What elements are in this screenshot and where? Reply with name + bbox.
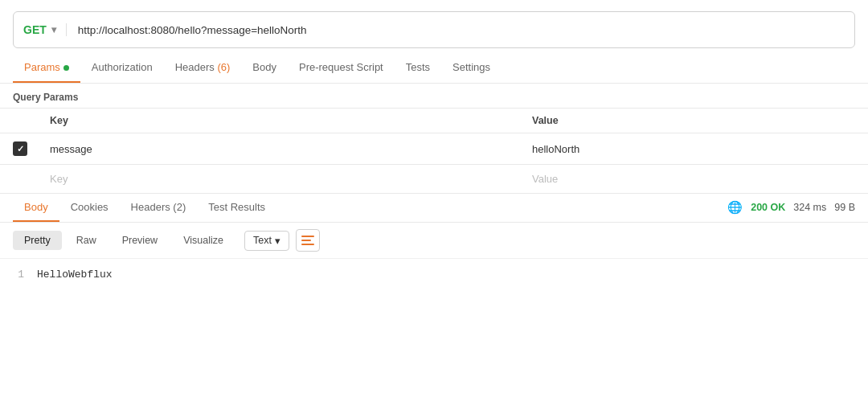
row-checkbox-cell[interactable] [0, 133, 40, 165]
tab-authorization[interactable]: Authorization [80, 53, 164, 83]
format-pretty[interactable]: Pretty [13, 231, 62, 250]
row-value[interactable]: helloNorth [522, 133, 868, 165]
method-chevron: ▾ [51, 24, 56, 35]
format-visualize[interactable]: Visualize [172, 231, 235, 250]
line-number: 1 [13, 268, 24, 281]
status-bar: 🌐 200 OK 324 ms 99 B [727, 200, 855, 216]
wrap-line-1 [301, 236, 314, 237]
table-row-empty: Key Value [0, 165, 868, 194]
tab-response-body[interactable]: Body [13, 194, 59, 222]
url-bar: GET ▾ [13, 11, 855, 48]
wrap-lines-icon [301, 236, 314, 245]
word-wrap-button[interactable] [296, 229, 320, 252]
col-check-header [0, 109, 40, 133]
checkbox-checked[interactable] [13, 141, 27, 156]
body-toolbar: Pretty Raw Preview Visualize Text ▾ [0, 223, 868, 259]
code-line: 1 HelloWebflux [13, 268, 855, 281]
format-raw[interactable]: Raw [65, 231, 108, 250]
row-key[interactable]: message [40, 133, 522, 165]
globe-icon: 🌐 [727, 200, 743, 215]
empty-value-cell[interactable]: Value [522, 165, 868, 194]
response-tabs: Body Cookies Headers (2) Test Results 🌐 … [0, 194, 868, 223]
tab-settings[interactable]: Settings [441, 53, 502, 83]
col-key-header: Key [40, 109, 522, 133]
table-row: message helloNorth [0, 133, 868, 165]
tab-cookies[interactable]: Cookies [59, 194, 120, 222]
response-time: 324 ms [793, 202, 826, 213]
type-dropdown-chevron: ▾ [275, 235, 280, 247]
value-placeholder: Value [532, 173, 558, 185]
tab-response-headers[interactable]: Headers (2) [120, 194, 198, 222]
headers-badge: (6) [217, 61, 230, 73]
tab-headers[interactable]: Headers (6) [164, 53, 242, 83]
tab-test-results[interactable]: Test Results [197, 194, 276, 222]
tab-params[interactable]: Params [13, 53, 80, 83]
empty-checkbox-cell [0, 165, 40, 194]
response-size: 99 B [834, 202, 855, 213]
wrap-line-2 [301, 240, 311, 241]
type-dropdown-label: Text [253, 235, 272, 246]
response-body: 1 HelloWebflux [0, 259, 868, 290]
tab-pre-request[interactable]: Pre-request Script [288, 53, 395, 83]
type-dropdown[interactable]: Text ▾ [244, 231, 289, 251]
col-value-header: Value [522, 109, 868, 133]
method-label: GET [23, 23, 47, 36]
request-tabs: Params Authorization Headers (6) Body Pr… [0, 53, 868, 84]
url-input[interactable] [67, 24, 845, 36]
format-preview[interactable]: Preview [111, 231, 169, 250]
empty-key-cell[interactable]: Key [40, 165, 522, 194]
line-content: HelloWebflux [37, 268, 113, 281]
query-params-label: Query Params [0, 84, 868, 108]
method-dropdown[interactable]: GET ▾ [23, 23, 67, 36]
params-table: Key Value message helloNorth Key Value [0, 108, 868, 194]
wrap-line-3 [301, 244, 314, 245]
params-dot [63, 65, 69, 71]
tab-body[interactable]: Body [241, 53, 288, 83]
status-code: 200 OK [751, 202, 785, 213]
tab-tests[interactable]: Tests [395, 53, 441, 83]
key-placeholder: Key [50, 173, 68, 185]
